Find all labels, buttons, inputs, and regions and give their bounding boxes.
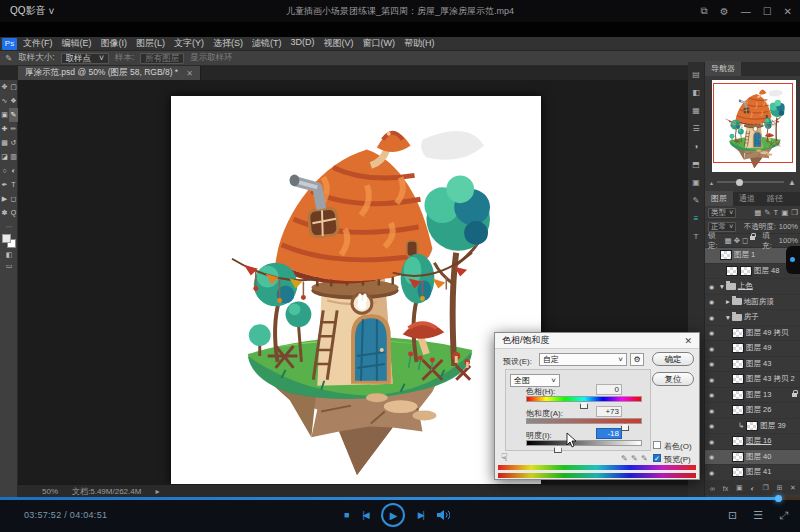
layer-thumbnail[interactable] bbox=[732, 405, 744, 415]
saturation-slider[interactable] bbox=[526, 418, 642, 424]
reset-button[interactable]: 复位 bbox=[652, 372, 694, 386]
tab-路径[interactable]: 路径 bbox=[761, 191, 789, 206]
layer-name[interactable]: 图层 43 bbox=[746, 359, 771, 369]
eye-icon[interactable]: ◉ bbox=[707, 329, 716, 336]
menu-item-1[interactable]: 编辑(E) bbox=[62, 37, 92, 50]
colorize-checkbox[interactable] bbox=[653, 441, 661, 449]
layer-row[interactable]: ◉图层 43 bbox=[705, 357, 800, 373]
dialog-titlebar[interactable]: 色相/饱和度 ✕ bbox=[495, 333, 699, 349]
eye-icon[interactable]: ◉ bbox=[707, 453, 716, 460]
playlist-icon[interactable]: ☰ bbox=[753, 509, 763, 522]
layer-name[interactable]: 图层 39 bbox=[760, 421, 785, 431]
delete-layer-icon[interactable]: ✕ bbox=[790, 484, 796, 492]
screenmode-icon[interactable]: ▭ bbox=[0, 262, 18, 270]
layer-thumbnail[interactable] bbox=[732, 359, 744, 369]
maximize-icon[interactable]: ☐ bbox=[763, 6, 772, 17]
layer-thumbnail[interactable] bbox=[720, 250, 732, 260]
color-swatches[interactable] bbox=[2, 234, 16, 248]
eye-icon[interactable]: ◉ bbox=[707, 391, 716, 398]
history-brush-tool[interactable]: ↺ bbox=[9, 136, 18, 150]
lightness-slider-thumb[interactable] bbox=[554, 445, 562, 453]
minimize-icon[interactable]: — bbox=[741, 6, 751, 17]
layer-row[interactable]: ◉图层 40 bbox=[705, 450, 800, 466]
adjustments-panel-icon[interactable]: ◑ bbox=[694, 142, 699, 151]
play-button[interactable]: ▶ bbox=[381, 503, 405, 527]
layer-name[interactable]: 图层 43 拷贝 2 bbox=[746, 374, 795, 384]
layer-mask-icon[interactable]: ▣ bbox=[736, 484, 743, 492]
clone-source-panel-icon[interactable]: ▣ bbox=[692, 178, 700, 187]
new-layer-icon[interactable]: ⊞ bbox=[776, 484, 782, 492]
tab-navigator[interactable]: 导航器 bbox=[705, 61, 741, 76]
lasso-tool[interactable]: ∿ bbox=[0, 94, 9, 108]
snapshot-icon[interactable]: ⊡ bbox=[728, 509, 737, 522]
shape-tool[interactable]: ◻ bbox=[9, 192, 18, 206]
layer-name[interactable]: 图层 13 bbox=[746, 390, 771, 400]
layer-row[interactable]: ◉图层 49 bbox=[705, 341, 800, 357]
filter-icon-1[interactable]: ✎ bbox=[764, 208, 770, 217]
layer-row[interactable]: ◉图层 26 bbox=[705, 403, 800, 419]
mini-mode-icon[interactable]: ⧉ bbox=[701, 5, 708, 17]
menu-item-0[interactable]: 文件(F) bbox=[23, 37, 53, 50]
brush-tool[interactable]: ✏ bbox=[9, 122, 18, 136]
layer-name[interactable]: 房子 bbox=[744, 312, 759, 322]
eye-icon[interactable]: ◉ bbox=[707, 438, 716, 445]
zoom-in-icon[interactable]: ▲ bbox=[788, 178, 796, 187]
menu-item-9[interactable]: 窗口(W) bbox=[363, 37, 396, 50]
eyedropper-tool[interactable]: ✎ bbox=[9, 108, 18, 122]
adjustment-layer-icon[interactable]: ◐ bbox=[750, 485, 754, 492]
lock-icon-0[interactable]: ▦ bbox=[725, 236, 732, 245]
layer-name[interactable]: 图层 26 bbox=[746, 405, 771, 415]
layer-thumbnail[interactable] bbox=[732, 467, 744, 477]
previous-button[interactable]: |◀ bbox=[362, 510, 367, 520]
layer-name[interactable]: 图层 41 bbox=[746, 467, 771, 477]
pen-tool[interactable]: ✒ bbox=[0, 178, 9, 192]
layer-name[interactable]: 地面房顶 bbox=[744, 297, 774, 307]
menu-item-8[interactable]: 视图(V) bbox=[324, 37, 354, 50]
layer-row[interactable]: ◉图层 49 拷贝 bbox=[705, 326, 800, 342]
ellipsis-icon[interactable]: ⋯ bbox=[0, 223, 18, 231]
progress-handle[interactable] bbox=[775, 495, 782, 502]
type-tool[interactable]: T bbox=[9, 178, 18, 192]
quick-select-tool[interactable]: ❖ bbox=[9, 94, 18, 108]
preset-options-button[interactable]: ⚙ bbox=[630, 353, 644, 366]
zoom-level[interactable]: 50% bbox=[42, 487, 58, 496]
opacity-value[interactable]: 100% bbox=[779, 222, 798, 231]
layer-thumbnail[interactable] bbox=[732, 436, 744, 446]
hue-slider-thumb[interactable] bbox=[580, 401, 588, 409]
arrow-right-icon[interactable]: ▸ bbox=[155, 487, 159, 496]
libraries-panel-icon[interactable]: ≡ bbox=[694, 214, 699, 223]
lightness-slider[interactable] bbox=[526, 440, 642, 446]
preset-dropdown[interactable]: 自定 ˅ bbox=[539, 353, 627, 366]
menu-item-5[interactable]: 选择(S) bbox=[213, 37, 243, 50]
path-select-tool[interactable]: ▶ bbox=[0, 192, 9, 206]
layer-thumbnail[interactable] bbox=[732, 390, 744, 400]
hand-tool[interactable]: ✽ bbox=[0, 206, 9, 220]
marquee-tool[interactable]: ▢ bbox=[9, 80, 18, 94]
menu-item-2[interactable]: 图像(I) bbox=[101, 37, 128, 50]
brush-settings-panel-icon[interactable]: ✎ bbox=[693, 196, 700, 205]
gradient-tool[interactable]: ▥ bbox=[9, 150, 18, 164]
settings-icon[interactable]: ⚙ bbox=[720, 6, 729, 17]
layer-row[interactable]: ◉图层 41 bbox=[705, 465, 800, 481]
ok-button[interactable]: 确定 bbox=[652, 352, 694, 366]
move-tool[interactable]: ✥ bbox=[0, 80, 9, 94]
eye-icon[interactable]: ◉ bbox=[707, 422, 716, 429]
targeted-adjust-icon[interactable]: ☟ bbox=[501, 451, 508, 464]
eye-icon[interactable]: ◉ bbox=[707, 314, 716, 321]
tab-通道[interactable]: 通道 bbox=[733, 191, 761, 206]
close-icon[interactable]: ✕ bbox=[186, 69, 193, 78]
eyedropper-plus-icon[interactable]: ✎ bbox=[631, 454, 638, 463]
swatches-panel-icon[interactable]: ☰ bbox=[692, 124, 699, 133]
group-caret-icon[interactable]: ▸ bbox=[726, 297, 730, 306]
history-panel-icon[interactable]: ▤ bbox=[692, 70, 700, 79]
layer-thumbnail[interactable] bbox=[732, 343, 744, 353]
fullscreen-icon[interactable]: ⤢ bbox=[779, 509, 788, 522]
filter-type-dropdown[interactable]: 类型 ˅ bbox=[708, 208, 736, 218]
layer-thumbnail[interactable] bbox=[732, 452, 744, 462]
document-tab[interactable]: 厚涂示范.psd @ 50% (图层 58, RGB/8) * ✕ bbox=[18, 66, 201, 80]
lock-all-icon[interactable] bbox=[750, 236, 755, 240]
fill-value[interactable]: 100% bbox=[779, 236, 798, 245]
document-canvas[interactable] bbox=[171, 96, 541, 484]
blur-tool[interactable]: ○ bbox=[0, 164, 9, 178]
tab-图层[interactable]: 图层 bbox=[705, 191, 733, 206]
